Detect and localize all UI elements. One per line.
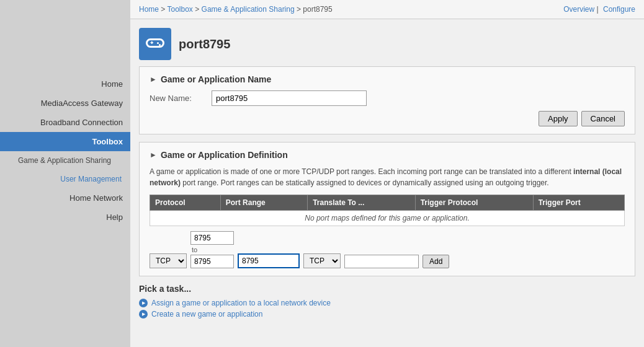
overview-link[interactable]: Overview <box>563 5 594 14</box>
gamepad-icon <box>144 33 166 55</box>
breadcrumb: Home > Toolbox > Game & Application Shar… <box>139 5 333 14</box>
task-bullet-1 <box>139 299 148 307</box>
translate-to-input[interactable] <box>238 253 300 268</box>
user-mgmt-link[interactable]: User Management <box>60 175 122 183</box>
new-name-label: New Name: <box>150 94 212 103</box>
col-trigger-protocol: Trigger Protocol <box>415 195 533 211</box>
section-def-title: Game or Application Definition <box>161 150 288 160</box>
breadcrumb-separator: | <box>597 5 601 14</box>
breadcrumb-home[interactable]: Home <box>139 5 159 14</box>
cancel-button[interactable]: Cancel <box>581 111 625 126</box>
page-title: port8795 <box>179 37 230 51</box>
sidebar-item-help[interactable]: Help <box>0 208 130 227</box>
tasks-section: Pick a task... Assign a game or applicat… <box>139 284 635 318</box>
breadcrumb-game-sharing[interactable]: Game & Application Sharing <box>202 5 295 14</box>
breadcrumb-toolbox[interactable]: Toolbox <box>167 5 192 14</box>
table-header-row: Protocol Port Range Translate To ... Tri… <box>150 195 625 211</box>
sidebar-item-broadband[interactable]: Broadband Connection <box>0 113 130 132</box>
section-name: ► Game or Application Name New Name: App… <box>139 66 635 134</box>
port-to-input[interactable] <box>190 255 234 268</box>
port-table: Protocol Port Range Translate To ... Tri… <box>150 195 625 226</box>
tasks-title: Pick a task... <box>139 284 635 294</box>
col-translate-to: Translate To ... <box>308 195 416 211</box>
trigger-port-input[interactable] <box>344 255 419 268</box>
page-header: port8795 <box>139 28 635 60</box>
protocol1-select[interactable]: TCP UDP Both <box>150 253 187 268</box>
add-button[interactable]: Add <box>423 255 449 268</box>
section-name-title: Game or Application Name <box>161 74 271 84</box>
sidebar-item-user-mgmt[interactable]: User Management <box>0 170 130 188</box>
arrow-icon-2: ► <box>150 151 157 159</box>
port-from-input[interactable] <box>190 231 234 245</box>
sidebar-item-mediaaccess[interactable]: MediaAccess Gateway <box>0 94 130 113</box>
protocol2-select[interactable]: TCP UDP Both <box>303 253 341 268</box>
breadcrumb-bar: Home > Toolbox > Game & Application Shar… <box>130 0 644 19</box>
task-item-1: Assign a game or application to a local … <box>139 299 635 307</box>
definition-description: A game or application is made of one or … <box>150 166 625 188</box>
task-link-2[interactable]: Create a new game or application <box>151 310 262 318</box>
page-icon <box>139 28 171 60</box>
task-item-2: Create a new game or application <box>139 310 635 318</box>
configure-link[interactable]: Configure <box>603 5 635 14</box>
empty-message: No port maps defined for this game or ap… <box>150 211 625 226</box>
new-name-row: New Name: <box>150 90 625 106</box>
add-port-row: TCP UDP Both to TCP UDP Both <box>150 231 625 268</box>
section1-buttons: Apply Cancel <box>150 111 625 126</box>
table-empty-row: No port maps defined for this game or ap… <box>150 211 625 226</box>
breadcrumb-right-links: Overview | Configure <box>561 5 635 14</box>
col-protocol: Protocol <box>150 195 221 211</box>
task-bullet-2 <box>139 310 148 318</box>
port-range-col: to <box>190 231 234 268</box>
arrow-icon: ► <box>150 75 157 84</box>
task-link-1[interactable]: Assign a game or application to a local … <box>151 299 331 307</box>
sidebar-item-toolbox[interactable]: Toolbox <box>0 132 130 151</box>
new-name-input[interactable] <box>212 90 367 106</box>
section-def-header: ► Game or Application Definition <box>150 150 625 160</box>
col-port-range: Port Range <box>220 195 307 211</box>
main-content: port8795 ► Game or Application Name New … <box>130 19 644 347</box>
apply-button[interactable]: Apply <box>539 111 578 126</box>
col-trigger-port: Trigger Port <box>533 195 624 211</box>
to-label: to <box>190 246 234 253</box>
sidebar-item-home[interactable]: Home <box>0 74 130 94</box>
sidebar-item-game-app-sharing[interactable]: Game & Application Sharing <box>0 151 130 170</box>
section-definition: ► Game or Application Definition A game … <box>139 142 635 276</box>
breadcrumb-current: port8795 <box>303 5 332 14</box>
sidebar-item-home-network[interactable]: Home Network <box>0 188 130 208</box>
section-name-header: ► Game or Application Name <box>150 74 625 84</box>
